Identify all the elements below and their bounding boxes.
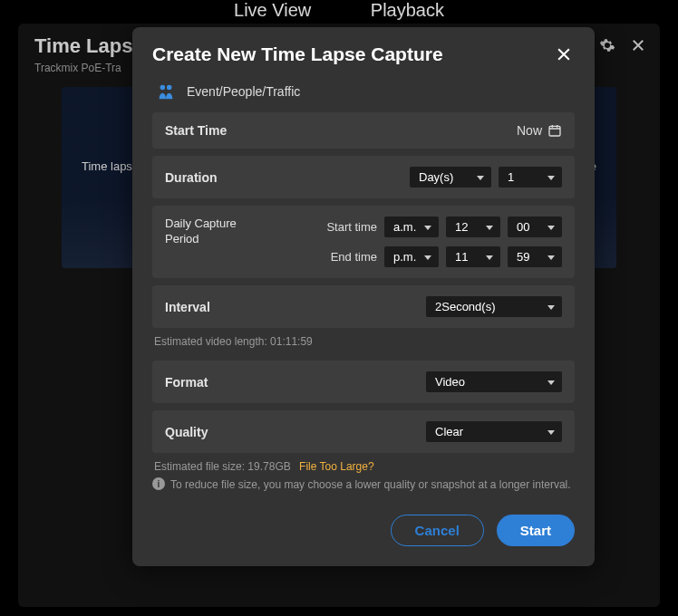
estimated-length-text: Estimated video length: 01:11:59	[154, 335, 573, 348]
interval-label: Interval	[165, 300, 210, 314]
info-text: To reduce file size, you may choose a lo…	[170, 476, 571, 493]
duration-row: Duration Day(s) 1	[152, 156, 575, 198]
period-start-minute-select[interactable]: 00	[508, 217, 562, 237]
start-time-picker[interactable]: Now	[517, 123, 562, 138]
page-subtitle: Trackmix PoE-Tra	[34, 62, 121, 74]
daily-capture-period-row: Daily Capture Period Start time a.m. 12 …	[152, 206, 575, 278]
duration-label: Duration	[165, 170, 218, 185]
top-nav: Live View Playback	[0, 0, 678, 24]
quality-select[interactable]: Clear	[426, 421, 562, 442]
start-time-row: Start Time Now	[152, 112, 575, 149]
format-label: Format	[165, 375, 208, 390]
cancel-button[interactable]: Cancel	[391, 515, 484, 546]
people-icon	[156, 83, 176, 100]
start-time-value: Now	[517, 123, 542, 138]
svg-point-1	[167, 85, 172, 91]
page-title: Time Laps	[34, 34, 132, 58]
period-end-minute-select[interactable]: 59	[508, 246, 562, 267]
period-start-label: Start time	[314, 220, 377, 234]
period-start-ampm-select[interactable]: a.m.	[384, 217, 439, 237]
dialog-title: Create New Time Lapse Capture	[152, 43, 443, 65]
format-select[interactable]: Video	[426, 371, 562, 392]
gear-icon[interactable]	[598, 36, 616, 54]
nav-live-view[interactable]: Live View	[234, 0, 311, 21]
calendar-icon	[547, 123, 562, 138]
period-end-label: End time	[314, 250, 377, 264]
period-end-line: End time p.m. 11 59	[314, 246, 562, 267]
svg-rect-2	[549, 126, 560, 136]
svg-point-0	[160, 85, 166, 91]
start-button[interactable]: Start	[497, 515, 575, 546]
capture-mode-label: Event/People/Traffic	[187, 84, 300, 99]
nav-playback[interactable]: Playback	[371, 0, 444, 21]
duration-count-select[interactable]: 1	[499, 167, 562, 188]
estimated-size-text: Estimated file size: 19.78GB	[154, 460, 291, 473]
create-timelapse-dialog: Create New Time Lapse Capture Event/Peop…	[132, 27, 595, 566]
quality-label: Quality	[165, 425, 208, 439]
format-row: Format Video	[152, 361, 575, 403]
start-time-label: Start Time	[165, 123, 227, 138]
period-start-line: Start time a.m. 12 00	[314, 217, 562, 237]
close-dialog-button[interactable]	[553, 43, 575, 65]
period-end-hour-select[interactable]: 11	[446, 246, 500, 267]
interval-row: Interval 2Second(s)	[152, 285, 575, 328]
info-icon: i	[152, 477, 165, 490]
file-too-large-link[interactable]: File Too Large?	[299, 460, 374, 473]
close-page-icon[interactable]	[629, 36, 647, 54]
period-start-hour-select[interactable]: 12	[446, 217, 500, 237]
duration-unit-select[interactable]: Day(s)	[410, 167, 491, 188]
info-note: i To reduce file size, you may choose a …	[152, 476, 575, 493]
quality-row: Quality Clear	[152, 410, 575, 453]
daily-capture-period-label: Daily Capture Period	[165, 217, 256, 247]
period-end-ampm-select[interactable]: p.m.	[384, 246, 439, 267]
interval-select[interactable]: 2Second(s)	[426, 296, 562, 317]
capture-mode-row[interactable]: Event/People/Traffic	[152, 78, 575, 112]
